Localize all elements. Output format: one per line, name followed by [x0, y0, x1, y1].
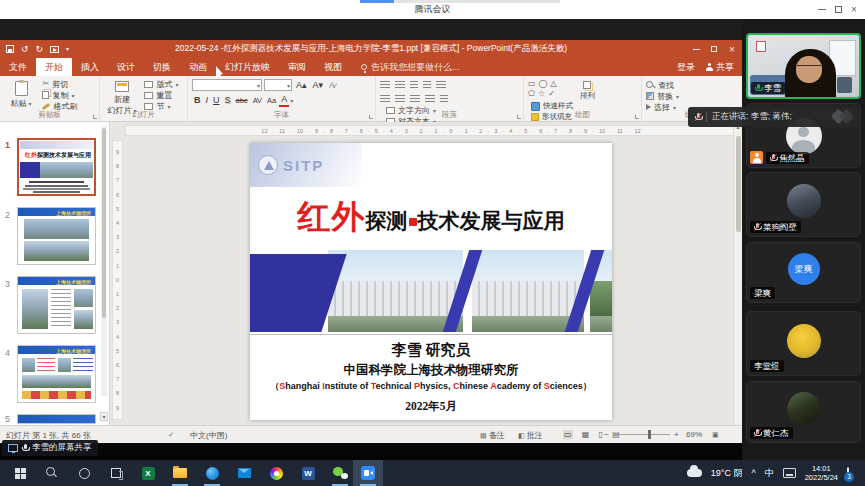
slide-thumbnail-2[interactable]: 上海技术物理所	[17, 207, 96, 265]
align-right-icon[interactable]	[410, 95, 420, 103]
slide-canvas[interactable]: SITP 红外探测技术发展与应用 李雪 研究员	[250, 143, 612, 420]
slide-thumbnail-5[interactable]	[17, 414, 96, 424]
increase-font-button[interactable]: A▴	[294, 80, 309, 91]
close-button[interactable]: ×	[847, 4, 861, 15]
decrease-font-button[interactable]: A▾	[311, 80, 326, 91]
qat-customize-icon[interactable]: ▾	[66, 42, 69, 56]
align-center-icon[interactable]	[395, 95, 405, 103]
zoom-out-button[interactable]: −	[604, 430, 609, 439]
justify-icon[interactable]	[425, 95, 435, 103]
taskbar-clock[interactable]: 14:01 2022/5/24	[805, 464, 838, 482]
columns-icon[interactable]	[440, 95, 448, 103]
cortana-button[interactable]	[69, 460, 99, 486]
char-spacing-button[interactable]: AV	[251, 95, 264, 106]
language-indicator[interactable]: 中文(中国)	[190, 430, 227, 441]
font-size-combobox[interactable]: ▾	[264, 79, 292, 91]
tab-design[interactable]: 设计	[108, 58, 144, 76]
undo-icon[interactable]: ↺	[21, 42, 29, 56]
notes-button[interactable]: ▤ 备注	[480, 430, 505, 441]
arrange-button[interactable]: 排列	[576, 79, 598, 101]
tab-view[interactable]: 视图	[315, 58, 351, 76]
editor-vertical-scrollbar[interactable]: ▴	[733, 122, 742, 425]
taskbar-app-photos[interactable]	[261, 460, 291, 486]
ppt-minimize-button[interactable]	[690, 44, 702, 54]
clipboard-dialog-launcher[interactable]	[93, 115, 97, 119]
ppt-close-button[interactable]: ×	[726, 44, 738, 54]
tab-review[interactable]: 审阅	[279, 58, 315, 76]
tab-animations[interactable]: 动画	[180, 58, 216, 76]
comments-button[interactable]: ◧ 批注	[518, 430, 543, 441]
share-button[interactable]: 共享	[705, 61, 734, 74]
text-shadow-button[interactable]: S	[223, 95, 233, 106]
normal-view-button[interactable]: ▭	[563, 430, 573, 439]
align-left-icon[interactable]	[380, 95, 390, 103]
taskbar-app-word[interactable]: W	[293, 460, 323, 486]
participant-tile-litangyu[interactable]: 李堂煜	[746, 311, 861, 376]
taskbar-app-edge[interactable]	[197, 460, 227, 486]
taskbar-app-tencent-meeting[interactable]	[353, 460, 383, 486]
increase-indent-icon[interactable]	[423, 81, 431, 89]
participant-tile-huangrenjie[interactable]: 黄仁杰	[746, 381, 861, 443]
font-name-combobox[interactable]: ▾	[192, 79, 262, 91]
italic-button[interactable]: I	[204, 95, 211, 106]
font-dialog-launcher[interactable]	[369, 115, 373, 119]
numbering-icon[interactable]	[395, 81, 405, 89]
taskbar-app-mail[interactable]	[229, 460, 259, 486]
participant-tile-caigouyanbi[interactable]: 菜狗阎壁	[746, 172, 861, 237]
slide-thumbnail-3[interactable]: 上海技术物理所	[17, 276, 96, 334]
drawing-dialog-launcher[interactable]	[635, 115, 639, 119]
font-color-dropdown[interactable]: ▾	[290, 97, 293, 104]
search-button[interactable]	[37, 460, 67, 486]
paste-button[interactable]: 粘贴 ▾	[4, 79, 38, 109]
replace-button[interactable]: 替换 ▾	[646, 91, 679, 101]
fit-to-window-button[interactable]: ▣	[712, 430, 719, 439]
taskbar-app-wechat[interactable]	[325, 460, 355, 486]
tray-expand-caret[interactable]: ^	[751, 468, 755, 478]
tab-transitions[interactable]: 切换	[144, 58, 180, 76]
tab-slideshow[interactable]: 幻灯片放映	[216, 58, 279, 76]
participant-tile-lixue[interactable]: 李雪	[746, 33, 861, 99]
spellcheck-icon[interactable]: ✓	[168, 430, 174, 439]
zoom-in-button[interactable]: +	[674, 430, 679, 439]
change-case-button[interactable]: Aa	[265, 95, 278, 106]
tab-file[interactable]: 文件	[0, 58, 36, 76]
slide-sorter-view-button[interactable]: ▦	[582, 430, 590, 439]
reading-view-button[interactable]: ▯	[599, 430, 603, 439]
minimize-button[interactable]	[815, 4, 829, 15]
copy-button[interactable]: 复制 ▾	[42, 90, 77, 100]
reset-button[interactable]: 重置	[144, 90, 178, 100]
ime-indicator[interactable]: 中	[765, 467, 774, 480]
sign-in-button[interactable]: 登录	[677, 61, 695, 74]
tab-home[interactable]: 开始	[36, 58, 72, 76]
paragraph-dialog-launcher[interactable]	[517, 115, 521, 119]
weather-text[interactable]: 19°C 阴	[711, 467, 743, 480]
task-view-button[interactable]	[101, 460, 131, 486]
ppt-restore-button[interactable]	[708, 44, 720, 54]
tell-me-box[interactable]: 告诉我您想要做什么...	[361, 58, 460, 76]
start-slideshow-icon[interactable]	[50, 46, 59, 53]
decrease-indent-icon[interactable]	[410, 81, 418, 89]
zoom-slider[interactable]	[614, 434, 670, 435]
slide-thumbnail-1[interactable]: 红外探测技术发展与应用	[17, 138, 96, 196]
bold-button[interactable]: B	[192, 95, 203, 106]
strikethrough-button[interactable]: abc	[234, 95, 250, 106]
font-color-button[interactable]: A	[279, 94, 289, 107]
taskbar-app-explorer[interactable]	[165, 460, 195, 486]
find-button[interactable]: 查找	[646, 80, 679, 90]
line-spacing-icon[interactable]	[436, 81, 446, 89]
restore-button[interactable]	[831, 4, 845, 15]
slide-thumbnail-4[interactable]: 上海技术物理所	[17, 345, 96, 403]
taskbar-app-excel[interactable]: X	[133, 460, 163, 486]
tab-insert[interactable]: 插入	[72, 58, 108, 76]
layout-button[interactable]: 版式 ▾	[144, 79, 178, 89]
clear-format-button[interactable]: A̷	[327, 80, 337, 91]
touch-keyboard-icon[interactable]	[783, 468, 796, 478]
start-button[interactable]	[5, 460, 35, 486]
zoom-slider-thumb[interactable]	[648, 430, 651, 439]
thumbnail-scroll-down-button[interactable]: ▾	[100, 412, 108, 421]
bullets-icon[interactable]	[380, 81, 390, 89]
shapes-gallery[interactable]: ▭◯△ ⬠☆✓	[528, 79, 572, 99]
action-center-button[interactable]: 3	[847, 468, 849, 478]
cut-button[interactable]: ✂剪切	[42, 79, 77, 89]
zoom-level[interactable]: 69%	[686, 430, 702, 439]
